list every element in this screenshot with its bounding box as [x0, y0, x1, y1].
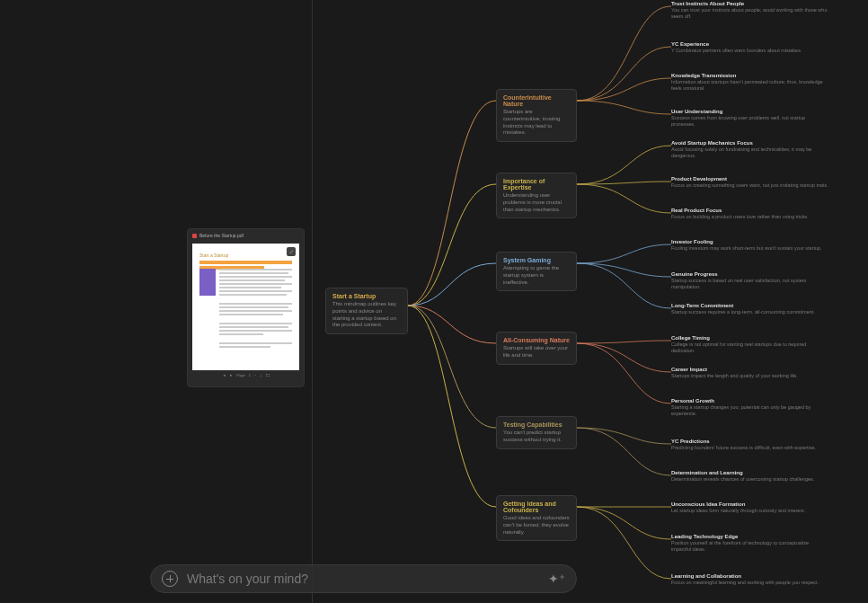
leaf-title: Leading Technology Edge: [671, 534, 828, 539]
branch-desc: You can't predict startup success withou…: [503, 430, 570, 444]
leaf-desc: You can trust your instincts about peopl…: [671, 7, 828, 20]
leaf-desc: Startup success requires a long-term, al…: [671, 309, 828, 315]
leaf-title: YC Predictions: [671, 439, 828, 444]
root-title: Start a Startup: [332, 293, 401, 299]
mindmap-leaf-node[interactable]: College Timing College is not optimal fo…: [671, 335, 828, 354]
mindmap-leaf-node[interactable]: YC Predictions Predicting founders' futu…: [671, 439, 828, 451]
pdf-filename: Before the Startup.pdf: [199, 233, 244, 238]
leaf-title: Trust Instincts About People: [671, 1, 828, 6]
pdf-header: Before the Startup.pdf: [188, 229, 304, 242]
pdf-highlight: [199, 261, 292, 264]
leaf-desc: Starting a startup changes you; potentia…: [671, 404, 828, 417]
branch-desc: Understanding user problems is more cruc…: [503, 192, 570, 213]
leaf-desc: Y Combinator partners often warn founder…: [671, 48, 828, 54]
leaf-desc: Success comes from knowing user problems…: [671, 115, 828, 128]
mindmap-leaf-node[interactable]: Career Impact Startups impact the length…: [671, 367, 828, 379]
pdf-page-label: Page: [236, 373, 244, 377]
branch-title: Importance of Expertise: [503, 178, 570, 191]
leaf-title: Avoid Startup Mechanics Focus: [671, 140, 828, 146]
mindmap-branch-node[interactable]: All-Consuming Nature Startups will take …: [496, 332, 577, 365]
prompt-placeholder[interactable]: What's on your mind?: [187, 572, 539, 586]
leaf-title: Investor Fooling: [671, 239, 828, 244]
mindmap-leaf-node[interactable]: Learning and Collaboration Focus on mean…: [671, 573, 828, 586]
mindmap-leaf-node[interactable]: Personal Growth Starting a startup chang…: [671, 398, 828, 417]
mindmap-branch-node[interactable]: Getting Ideas and Cofounders Good ideas …: [496, 495, 577, 541]
leaf-title: Knowledge Transmission: [671, 73, 828, 78]
pdf-doc-heading: Start a Startup: [199, 253, 292, 258]
mindmap-leaf-node[interactable]: Determination and Learning Determination…: [671, 470, 828, 483]
leaf-desc: Avoid focusing solely on fundraising and…: [671, 146, 828, 159]
mindmap-leaf-node[interactable]: Trust Instincts About People You can tru…: [671, 1, 828, 20]
pdf-page-preview: ⤢ Start a Startup ◄► Page 1 −+⛶: [192, 244, 299, 380]
pdf-toolbar[interactable]: ◄► Page 1 −+⛶: [192, 370, 299, 380]
pdf-page-number: 1: [249, 373, 251, 377]
mindmap-branch-node[interactable]: Counterintuitive Nature Startups are cou…: [496, 89, 577, 142]
root-desc: This mindmap outlines key points and adv…: [332, 301, 401, 329]
prompt-bar[interactable]: What's on your mind? ✦⁺: [150, 564, 577, 593]
leaf-desc: Let startup ideas form naturally through…: [671, 508, 828, 514]
pdf-expand-button[interactable]: ⤢: [287, 247, 296, 256]
leaf-desc: College is not optimal for starting real…: [671, 341, 828, 354]
leaf-title: Product Development: [671, 176, 828, 182]
leaf-title: Unconscious Idea Formation: [671, 501, 828, 507]
leaf-title: Long-Term Commitment: [671, 303, 828, 308]
plus-icon[interactable]: [162, 571, 178, 587]
mindmap-leaf-node[interactable]: Avoid Startup Mechanics Focus Avoid focu…: [671, 140, 828, 159]
pdf-block-highlight: [199, 269, 216, 296]
leaf-desc: Focus on meaningful learning and working…: [671, 580, 828, 586]
branch-desc: Startups are counterintuitive; trusting …: [503, 109, 570, 137]
branch-title: Counterintuitive Nature: [503, 94, 570, 107]
leaf-desc: Startups impact the length and quality o…: [671, 373, 828, 379]
branch-title: Testing Capabilities: [503, 421, 570, 428]
leaf-desc: Information about startups hasn't permea…: [671, 79, 828, 92]
leaf-desc: Focus on building a product users love r…: [671, 214, 828, 220]
mindmap-leaf-node[interactable]: Product Development Focus on creating so…: [671, 176, 828, 189]
vertical-divider: [312, 0, 313, 603]
branch-desc: Good ideas and cofounders can't be force…: [503, 515, 570, 536]
leaf-title: Determination and Learning: [671, 470, 828, 475]
leaf-desc: Fooling investors may work short-term bu…: [671, 245, 828, 252]
leaf-desc: Position yourself at the forefront of te…: [671, 540, 828, 553]
branch-desc: Startups will take over your life and ti…: [503, 345, 570, 359]
leaf-title: Real Product Focus: [671, 208, 828, 213]
mindmap-branch-node[interactable]: Testing Capabilities You can't predict s…: [496, 416, 577, 449]
mindmap-leaf-node[interactable]: Knowledge Transmission Information about…: [671, 73, 828, 92]
leaf-title: Personal Growth: [671, 398, 828, 403]
leaf-title: User Understanding: [671, 109, 828, 114]
leaf-title: Career Impact: [671, 367, 828, 372]
mindmap-leaf-node[interactable]: Unconscious Idea Formation Let startup i…: [671, 501, 828, 514]
mindmap-leaf-node[interactable]: Long-Term Commitment Startup success req…: [671, 303, 828, 315]
mindmap-leaf-node[interactable]: Investor Fooling Fooling investors may w…: [671, 239, 828, 252]
mindmap-branch-node[interactable]: System Gaming Attempting to game the sta…: [496, 252, 577, 291]
pdf-preview-card[interactable]: Before the Startup.pdf ⤢ Start a Startup…: [187, 228, 305, 387]
mindmap-leaf-node[interactable]: YC Experience Y Combinator partners ofte…: [671, 41, 828, 54]
mindmap-leaf-node[interactable]: Leading Technology Edge Position yoursel…: [671, 534, 828, 553]
leaf-title: College Timing: [671, 335, 828, 341]
leaf-title: Learning and Collaboration: [671, 573, 828, 579]
leaf-desc: Predicting founders' future success is d…: [671, 445, 828, 451]
branch-title: Getting Ideas and Cofounders: [503, 501, 570, 513]
mindmap-branch-node[interactable]: Importance of Expertise Understanding us…: [496, 173, 577, 218]
mindmap-leaf-node[interactable]: Genuine Progress Startup success is base…: [671, 271, 828, 290]
leaf-title: Genuine Progress: [671, 271, 828, 277]
leaf-title: YC Experience: [671, 41, 828, 47]
mindmap-leaf-node[interactable]: User Understanding Success comes from kn…: [671, 109, 828, 128]
leaf-desc: Startup success is based on real user sa…: [671, 278, 828, 290]
branch-title: All-Consuming Nature: [503, 337, 570, 343]
leaf-desc: Focus on creating something users want, …: [671, 182, 828, 189]
leaf-desc: Determination reveals chances of overcom…: [671, 476, 828, 483]
branch-title: System Gaming: [503, 257, 570, 263]
mindmap-root-node[interactable]: Start a Startup This mindmap outlines ke…: [325, 288, 408, 334]
pdf-body-text: [219, 269, 292, 350]
branch-desc: Attempting to game the startup system is…: [503, 265, 570, 286]
mindmap-leaf-node[interactable]: Real Product Focus Focus on building a p…: [671, 208, 828, 220]
pdf-file-icon: [192, 234, 197, 238]
sparkle-icon[interactable]: ✦⁺: [548, 572, 565, 586]
